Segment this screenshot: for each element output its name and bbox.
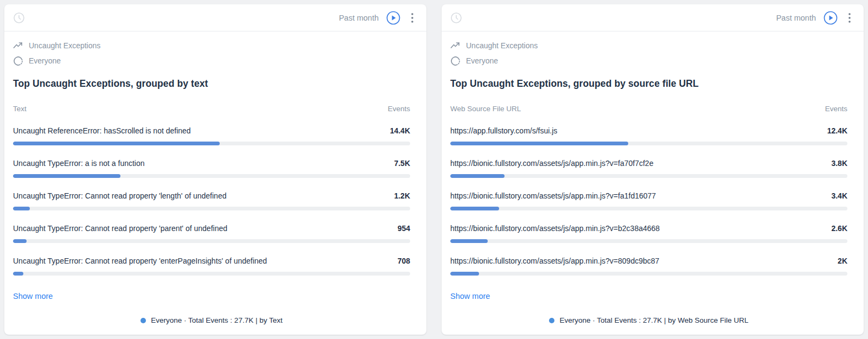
legend-footer: Everyone · Total Events : 27.7K | by Tex… [13, 310, 410, 335]
bar-fill [450, 142, 628, 145]
card-body: Uncaught Exceptions Everyone Top Uncaugh… [442, 31, 864, 335]
row-value: 3.4K [831, 191, 847, 200]
clock-icon [13, 12, 25, 24]
bar-track [13, 174, 410, 178]
bar-fill [13, 174, 120, 178]
play-button[interactable] [824, 11, 838, 25]
column-header-label: Text [13, 105, 27, 113]
bar-track [13, 239, 410, 243]
bar-track [13, 207, 410, 210]
bar-fill [450, 174, 505, 178]
table-header: Text Events [13, 105, 410, 113]
table-row[interactable]: https://bionic.fullstory.com/assets/js/a… [450, 224, 847, 243]
row-value: 954 [398, 224, 410, 233]
row-label: Uncaught TypeError: Cannot read property… [13, 224, 227, 233]
card-title: Top Uncaught Exceptions, grouped by sour… [450, 78, 847, 89]
row-label: https://app.fullstory.com/s/fsui.js [450, 126, 557, 135]
row-label: https://bionic.fullstory.com/assets/js/a… [450, 159, 653, 168]
row-label: Uncaught TypeError: Cannot read property… [13, 257, 267, 265]
card-title: Top Uncaught Exceptions, grouped by text [13, 78, 410, 89]
segment-row: Everyone [13, 55, 410, 66]
bar-fill [450, 272, 479, 276]
bar-track [450, 174, 847, 178]
show-more-link[interactable]: Show more [13, 292, 53, 300]
card-topbar: Past month [4, 4, 426, 31]
row-label: https://bionic.fullstory.com/assets/js/a… [450, 191, 656, 200]
legend-dot-icon [141, 318, 146, 323]
play-button[interactable] [386, 11, 400, 25]
bar-fill [450, 239, 488, 243]
segment-row: Everyone [450, 55, 847, 66]
card-topbar: Past month [442, 4, 864, 31]
legend-dot-icon [549, 318, 554, 323]
bar-track [450, 239, 847, 243]
card-body: Uncaught Exceptions Everyone Top Uncaugh… [4, 31, 426, 335]
kebab-menu-icon[interactable] [407, 11, 418, 25]
table-header: Web Source File URL Events [450, 105, 847, 113]
trend-line-icon [450, 41, 461, 50]
row-value: 14.4K [390, 126, 410, 135]
bar-track [13, 142, 410, 145]
table-row[interactable]: Uncaught TypeError: Cannot read property… [13, 257, 410, 276]
bar-track [13, 272, 410, 276]
legend-text: Everyone · Total Events : 27.7K | by Web… [559, 316, 748, 324]
column-header-value: Events [825, 105, 847, 113]
trend-line-icon [13, 41, 23, 50]
metric-row: Uncaught Exceptions [13, 40, 410, 51]
table-row[interactable]: https://app.fullstory.com/s/fsui.js 12.4… [450, 126, 847, 145]
row-value: 12.4K [827, 126, 847, 135]
segment-circle-icon [450, 56, 461, 66]
row-value: 708 [398, 257, 410, 265]
metric-label: Uncaught Exceptions [29, 41, 100, 50]
row-value: 1.2K [394, 191, 410, 200]
dashboard-page: Past month [0, 0, 868, 339]
bar-fill [13, 239, 27, 243]
table-row[interactable]: Uncaught TypeError: Cannot read property… [13, 191, 410, 210]
bar-track [450, 207, 847, 210]
legend-footer: Everyone · Total Events : 27.7K | by Web… [450, 310, 847, 335]
bar-track [450, 272, 847, 276]
row-label: Uncaught TypeError: Cannot read property… [13, 191, 226, 200]
table-row[interactable]: https://bionic.fullstory.com/assets/js/a… [450, 191, 847, 210]
show-more-link[interactable]: Show more [450, 292, 490, 300]
row-value: 7.5K [394, 159, 410, 168]
time-range-label[interactable]: Past month [339, 14, 379, 22]
row-label: https://bionic.fullstory.com/assets/js/a… [450, 257, 659, 265]
row-label: Uncaught TypeError: a is not a function [13, 159, 145, 168]
row-value: 2.6K [831, 224, 847, 233]
row-value: 3.8K [831, 159, 847, 168]
column-header-label: Web Source File URL [450, 105, 521, 113]
kebab-menu-icon[interactable] [844, 11, 855, 25]
segment-circle-icon [13, 56, 23, 66]
bar-fill [13, 142, 220, 145]
table-row[interactable]: https://bionic.fullstory.com/assets/js/a… [450, 159, 847, 178]
bar-fill [13, 207, 30, 210]
bar-track [450, 142, 847, 145]
time-range-label[interactable]: Past month [776, 14, 816, 22]
legend-text: Everyone · Total Events : 27.7K | by Tex… [151, 316, 282, 324]
table-row[interactable]: Uncaught TypeError: a is not a function … [13, 159, 410, 178]
table-row[interactable]: Uncaught TypeError: Cannot read property… [13, 224, 410, 243]
table-row[interactable]: https://bionic.fullstory.com/assets/js/a… [450, 257, 847, 276]
metric-row: Uncaught Exceptions [450, 40, 847, 51]
row-value: 2K [838, 257, 847, 265]
column-header-value: Events [388, 105, 410, 113]
widget-card-grouped-by-text: Past month [4, 4, 426, 335]
row-label: https://bionic.fullstory.com/assets/js/a… [450, 224, 660, 233]
segment-label: Everyone [29, 56, 61, 65]
clock-icon [450, 12, 462, 24]
segment-label: Everyone [466, 56, 498, 65]
bar-fill [450, 207, 499, 210]
row-label: Uncaught ReferenceError: hasScrolled is … [13, 126, 191, 135]
bar-fill [13, 272, 23, 276]
metric-label: Uncaught Exceptions [466, 41, 538, 50]
widget-card-grouped-by-source-url: Past month [442, 4, 864, 335]
table-row[interactable]: Uncaught ReferenceError: hasScrolled is … [13, 126, 410, 145]
